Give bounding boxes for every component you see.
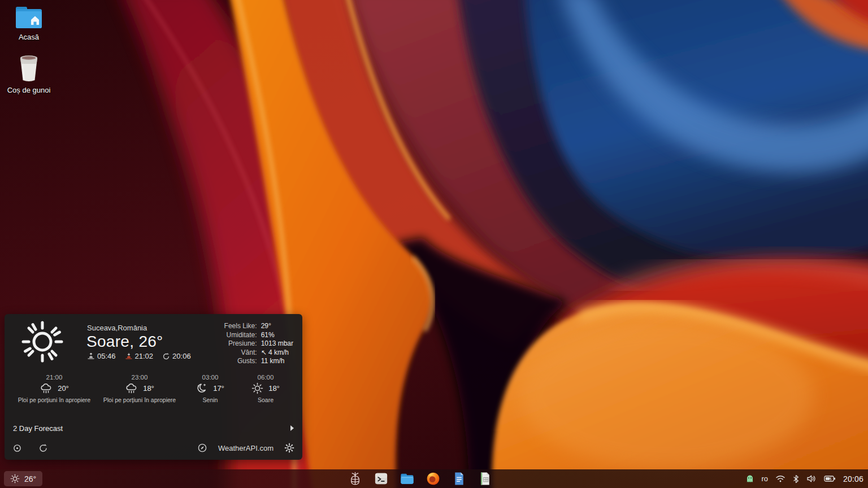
weather-widget: Suceava,România Soare, 26° 05:46 21:02 <box>5 314 302 460</box>
wifi-icon <box>775 474 785 483</box>
volume-indicator[interactable] <box>806 474 817 483</box>
desktop-icon-trash[interactable]: Coș de gunoi <box>2 54 56 94</box>
weather-toolbar: WeatherAPI.com <box>5 441 302 455</box>
rain-cloud-icon <box>125 382 138 394</box>
refresh-button[interactable] <box>38 443 48 453</box>
refresh-icon <box>162 352 170 360</box>
desktop: Acasă Coș de gunoi Suceava <box>0 0 868 488</box>
two-day-forecast-link[interactable]: 2 Day Forecast <box>5 421 302 435</box>
volume-icon <box>806 474 817 483</box>
weather-stats: Feels Like: 29° Umiditate: 61% Presiune:… <box>224 322 293 365</box>
sun-times: 05:46 21:02 20:06 <box>87 352 191 360</box>
hourly-forecast-item: 06:00 18° Soare <box>241 374 290 404</box>
keyboard-layout-indicator[interactable]: ro <box>761 474 768 483</box>
sunset-time: 21:02 <box>125 352 154 360</box>
refresh-icon <box>38 443 48 453</box>
taskbar-app-icons <box>347 470 493 487</box>
compass-button[interactable] <box>197 443 207 453</box>
terminal-icon <box>374 471 389 486</box>
stat-label: Gusts: <box>224 357 257 365</box>
trash-can-icon <box>16 54 42 84</box>
system-tray: ro <box>746 469 863 488</box>
taskbar-weather-chip[interactable]: 26° <box>4 471 42 486</box>
weather-provider-link[interactable]: WeatherAPI.com <box>218 444 274 452</box>
crosshair-icon <box>12 443 22 453</box>
writer-document-app-button[interactable] <box>451 470 467 487</box>
stat-value: 29° <box>261 322 293 330</box>
moon-icon <box>196 382 208 394</box>
clock[interactable]: 20:06 <box>843 474 863 483</box>
calc-spreadsheet-app-button[interactable] <box>477 470 493 487</box>
stat-label: Presiune: <box>224 339 257 348</box>
hourly-forecast-item: 03:00 17° Senin <box>185 374 235 404</box>
hourly-forecast-item: 23:00 18° Ploi pe porțiuni în apropiere <box>99 374 180 404</box>
sunrise-time: 05:46 <box>87 352 116 360</box>
app-launcher-icon <box>348 471 363 486</box>
battery-indicator[interactable] <box>824 475 836 482</box>
settings-button[interactable] <box>284 443 294 453</box>
locate-button[interactable] <box>12 443 22 453</box>
sunset-icon <box>125 352 133 360</box>
stat-value: 11 km/h <box>261 357 293 365</box>
desktop-icon-label: Acasă <box>19 33 39 41</box>
weather-location: Suceava,România <box>87 324 147 332</box>
sun-icon <box>18 317 67 366</box>
file-manager-app-button[interactable] <box>399 470 415 487</box>
chevron-right-icon <box>290 425 294 431</box>
firefox-icon <box>426 471 441 486</box>
taskbar-weather-temp: 26° <box>24 474 36 483</box>
stat-value: 61% <box>261 331 293 339</box>
app-launcher-button[interactable] <box>347 470 363 487</box>
desktop-icon-home[interactable]: Acasă <box>2 5 56 41</box>
last-updated-time: 20:06 <box>162 352 191 360</box>
battery-charging-icon <box>824 475 836 482</box>
stat-value: 1013 mbar <box>261 339 293 348</box>
stat-label: Umiditate: <box>224 331 257 339</box>
sun-icon <box>10 474 20 483</box>
compass-icon <box>197 443 207 453</box>
sun-small-icon <box>251 382 263 394</box>
wifi-indicator[interactable] <box>775 474 785 483</box>
tray-indicator-button[interactable] <box>746 474 754 483</box>
stat-label: Feels Like: <box>224 322 257 330</box>
desktop-icon-label: Coș de gunoi <box>7 86 51 94</box>
document-writer-icon <box>452 471 467 486</box>
weather-condition: Soare, 26° <box>86 333 163 351</box>
stat-value: ↖ 4 km/h <box>261 348 293 357</box>
green-ghost-icon <box>746 474 754 483</box>
firefox-app-button[interactable] <box>425 470 441 487</box>
stat-label: Vânt: <box>224 348 257 357</box>
terminal-app-button[interactable] <box>373 470 389 487</box>
gear-icon <box>284 443 294 453</box>
folder-icon <box>400 471 415 486</box>
rain-cloud-icon <box>40 382 53 394</box>
bluetooth-indicator[interactable] <box>793 474 799 483</box>
spreadsheet-calc-icon <box>478 471 493 486</box>
hourly-forecast-item: 21:00 20° Ploi pe porțiuni în apropiere <box>14 374 94 404</box>
bluetooth-icon <box>793 474 799 483</box>
home-folder-icon <box>14 5 44 30</box>
sunrise-icon <box>87 352 95 360</box>
taskbar: 26° <box>0 469 868 488</box>
